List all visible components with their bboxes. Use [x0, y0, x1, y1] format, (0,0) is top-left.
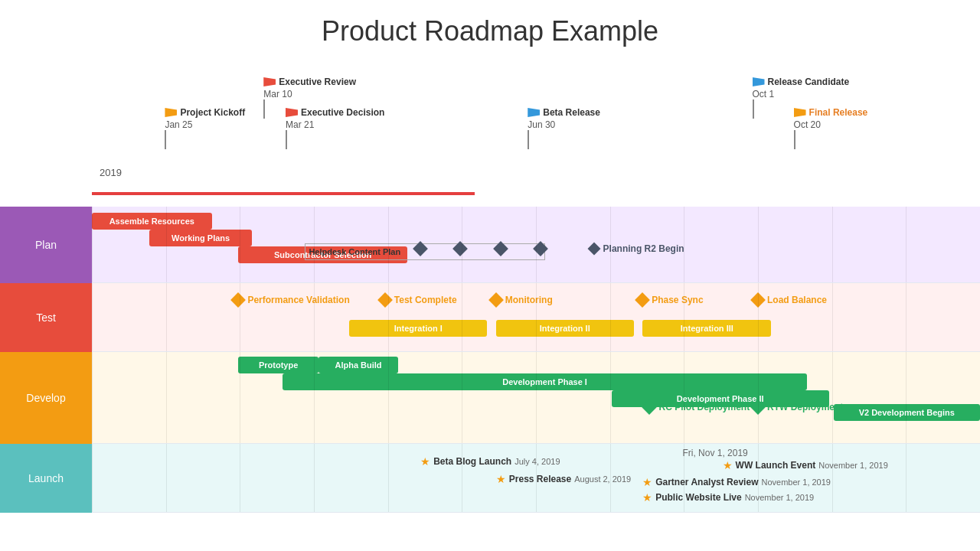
milestone-title-project-kickoff: Project Kickoff — [180, 107, 245, 118]
launch-item-1: ★Press ReleaseAugust 2, 2019 — [496, 473, 631, 485]
launch-date-5: November 1, 2019 — [745, 493, 815, 502]
launch-date-0: July 4, 2019 — [514, 457, 560, 466]
milestone-date-final-release: Oct 20 — [794, 119, 821, 130]
bar-develop-1: Alpha Build — [318, 357, 398, 373]
row-content-develop: PrototypeAlpha BuildDevelopment Phase ID… — [92, 352, 980, 443]
star-icon-3: ★ — [723, 459, 733, 471]
bar-develop-0: Prototype — [238, 357, 318, 373]
flag-icon-beta-release — [528, 108, 540, 117]
launch-date-3: November 1, 2019 — [818, 461, 888, 470]
rows-area: PlanAssemble ResourcesWorking PlansSubco… — [0, 207, 980, 513]
diamond-labeled-test-1: Test Complete — [380, 295, 457, 305]
flag-pole-executive-decision — [286, 130, 287, 149]
launch-item-2: Fri, Nov 1, 2019 — [682, 448, 747, 458]
launch-date-4: November 1, 2019 — [761, 478, 831, 487]
row-label-test: Test — [0, 283, 92, 352]
launch-item-0: ★Beta Blog LaunchJuly 4, 2019 — [420, 455, 560, 468]
flag-icon-final-release — [794, 108, 806, 117]
flag-pole-release-candidate — [753, 99, 754, 119]
row-develop: DevelopPrototypeAlpha BuildDevelopment P… — [0, 352, 980, 444]
diamond-labeled-develop-0: RC Pilot Deployment — [644, 402, 750, 412]
milestone-date-project-kickoff: Jan 25 — [165, 119, 192, 130]
milestone-title-final-release: Final Release — [809, 107, 868, 118]
month-cell-jul: Jul — [533, 182, 606, 204]
diamond-labeled-test-0: Performance Validation — [233, 295, 349, 305]
star-icon-1: ★ — [496, 473, 506, 485]
page-title: Product Roadmap Example — [0, 0, 980, 55]
month-cell-aug: Aug — [606, 182, 679, 204]
launch-item-5: ★Public Website LiveNovember 1, 2019 — [642, 491, 814, 504]
text-item-plan-0: Planning R2 Begin — [590, 243, 684, 254]
row-content-test: Integration IIntegration IIIntegration I… — [92, 283, 980, 351]
bar-test-1: Integration II — [496, 320, 634, 337]
milestone-date-executive-decision: Mar 21 — [286, 119, 314, 130]
bar-plan-0: Assemble Resources — [92, 213, 212, 230]
bar-test-0: Integration I — [349, 320, 487, 337]
flag-pole-project-kickoff — [165, 130, 166, 149]
milestone-title-executive-review: Executive Review — [279, 77, 356, 87]
row-launch: Launch★Beta Blog LaunchJuly 4, 2019★Pres… — [0, 444, 980, 513]
flag-pole-beta-release — [528, 130, 529, 149]
row-label-launch: Launch — [0, 444, 92, 513]
flag-icon-executive-decision — [286, 108, 298, 117]
star-icon-5: ★ — [642, 491, 652, 504]
month-cell-sep: Sep — [679, 182, 753, 204]
flag-icon-release-candidate — [753, 77, 765, 86]
milestone-date-executive-review: Mar 10 — [263, 89, 292, 99]
row-plan: PlanAssemble ResourcesWorking PlansSubco… — [0, 207, 980, 283]
diamond-labeled-test-2: Monitoring — [491, 295, 553, 305]
diamond-labeled-test-4: Load Balance — [753, 295, 827, 305]
diamond-labeled-develop-1: RTW Deployment — [753, 402, 843, 412]
flag-icon-executive-review — [263, 77, 276, 86]
star-icon-0: ★ — [420, 455, 430, 468]
row-content-launch: ★Beta Blog LaunchJuly 4, 2019★Press Rele… — [92, 444, 980, 512]
flag-icon-project-kickoff — [165, 108, 177, 117]
month-cell-nov: Nov — [826, 182, 900, 204]
row-label-develop: Develop — [0, 352, 92, 444]
bar-test-2: Integration III — [642, 320, 771, 337]
row-label-plan: Plan — [0, 207, 92, 283]
row-content-plan: Assemble ResourcesWorking PlansSubcontra… — [92, 207, 980, 282]
milestone-project-kickoff: Project KickoffJan 25 — [165, 107, 245, 149]
milestone-final-release: Final ReleaseOct 20 — [794, 107, 868, 149]
launch-date-1: August 2, 2019 — [574, 474, 631, 484]
bar-plan-1: Working Plans — [149, 230, 251, 246]
page: Product Roadmap Example 2019 Project Kic… — [0, 0, 980, 551]
milestone-date-release-candidate: Oct 1 — [753, 89, 775, 99]
launch-item-4: ★Gartner Analyst ReviewNovember 1, 2019 — [642, 476, 831, 488]
progress-line — [92, 192, 475, 195]
milestone-date-beta-release: Jun 30 — [528, 119, 555, 130]
month-cell-oct: Oct — [753, 182, 826, 204]
milestone-title-beta-release: Beta Release — [543, 107, 600, 118]
milestone-title-release-candidate: Release Candidate — [768, 77, 850, 87]
milestone-beta-release: Beta ReleaseJun 30 — [528, 107, 600, 149]
star-icon-4: ★ — [642, 476, 652, 488]
milestones-area: Project KickoffJan 25Executive ReviewMar… — [92, 80, 972, 184]
milestone-title-executive-decision: Executive Decision — [301, 107, 384, 118]
month-cell-dec: Dec — [900, 182, 972, 204]
row-test: TestIntegration IIntegration IIIntegrati… — [0, 283, 980, 352]
flag-pole-final-release — [794, 130, 795, 149]
launch-item-3: ★WW Launch EventNovember 1, 2019 — [723, 459, 888, 471]
diamond-labeled-test-3: Phase Sync — [637, 295, 703, 305]
flag-pole-executive-review — [263, 99, 265, 119]
bar-develop-2: Development Phase I — [283, 373, 806, 390]
milestone-executive-decision: Executive DecisionMar 21 — [286, 107, 384, 149]
